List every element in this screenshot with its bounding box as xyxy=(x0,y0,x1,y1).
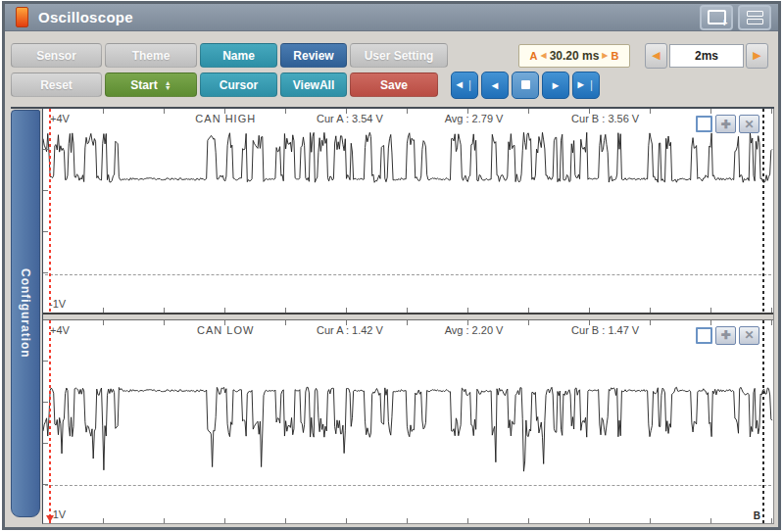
channel-select-checkbox[interactable] xyxy=(696,327,712,344)
page-title: Oscilloscope xyxy=(38,9,133,25)
save-button[interactable]: Save xyxy=(350,73,438,97)
can-high-waveform-trace xyxy=(43,109,773,313)
user-setting-button[interactable]: User Setting xyxy=(350,43,448,68)
step-forward-button[interactable]: ► xyxy=(542,72,569,99)
start-spinner-icon: ▲▼ xyxy=(165,80,171,90)
step-back-button[interactable]: ◄ xyxy=(481,72,509,99)
stop-button[interactable] xyxy=(512,72,539,99)
zoom-in-button[interactable]: ✚ xyxy=(715,115,736,133)
average-measurement: Avg : 2.79 V xyxy=(445,113,504,124)
can-low-waveform-trace xyxy=(43,320,773,524)
average-measurement: Avg : 2.20 V xyxy=(445,324,504,336)
cursor-button[interactable]: Cursor xyxy=(200,73,277,97)
cursor-a-marker-icon[interactable] xyxy=(46,515,54,522)
top-ruler xyxy=(43,320,773,325)
toolbar-row-1: Sensor Theme Name Review User Setting A … xyxy=(11,43,770,68)
cursor-a-left-icon[interactable]: ◀ xyxy=(540,51,546,60)
playback-controls: ◄｜ ◄ ► ►｜ xyxy=(451,72,600,99)
bottom-ruler xyxy=(43,308,773,313)
add-window-icon xyxy=(708,10,726,24)
configuration-tab[interactable]: Configuration xyxy=(11,110,40,517)
cursor-a-measurement: Cur A : 3.54 V xyxy=(317,113,383,124)
configuration-tab-label: Configuration xyxy=(19,268,32,359)
panel-controls: ✚ ✕ xyxy=(696,326,759,345)
stop-icon xyxy=(521,80,530,89)
channel-panel-can-high: +4V CAN HIGH Cur A : 3.54 V Avg : 2.79 V… xyxy=(43,109,773,313)
app-window: Oscilloscope Sensor Theme Name Review Us… xyxy=(2,1,781,530)
start-button[interactable]: Start ▲▼ xyxy=(105,73,197,97)
name-button[interactable]: Name xyxy=(200,43,277,68)
channel-panels: +4V CAN HIGH Cur A : 3.54 V Avg : 2.79 V… xyxy=(42,109,774,524)
review-button[interactable]: Review xyxy=(280,43,347,68)
main-area: Configuration +4V CAN HIGH Cur A : 3.54 … xyxy=(11,107,774,524)
viewall-button[interactable]: ViewAll xyxy=(280,73,347,97)
timebase-value: 2ms xyxy=(669,44,744,68)
cursor-b-measurement: Cur B : 3.56 V xyxy=(571,113,639,124)
oscilloscope-app: Oscilloscope Sensor Theme Name Review Us… xyxy=(0,0,783,532)
zero-volt-line xyxy=(45,485,771,486)
timebase-decrease-button[interactable]: ◀ xyxy=(645,43,667,69)
cursor-b-line[interactable] xyxy=(762,109,764,313)
zoom-in-button[interactable]: ✚ xyxy=(715,326,736,345)
cursor-time-readout: A ◀ 30.20 ms ▶ B xyxy=(518,44,630,68)
cursor-b-label: B xyxy=(612,50,619,62)
close-channel-button[interactable]: ✕ xyxy=(739,115,759,133)
left-ruler xyxy=(43,109,48,313)
cursor-a-line[interactable] xyxy=(49,109,51,313)
timebase-increase-button[interactable]: ▶ xyxy=(746,43,768,69)
cursor-b-marker-label[interactable]: B xyxy=(754,510,760,521)
left-ruler xyxy=(43,320,48,524)
cursor-delta-value: 30.20 ms xyxy=(550,49,600,63)
cursor-a-measurement: Cur A : 1.42 V xyxy=(317,324,383,336)
skip-end-button[interactable]: ►｜ xyxy=(572,72,600,99)
top-ruler xyxy=(43,109,773,114)
timebase-selector: ◀ 2ms ▶ xyxy=(645,43,768,69)
reset-button[interactable]: Reset xyxy=(11,73,102,97)
tile-windows-button[interactable] xyxy=(738,5,771,30)
app-logo-icon xyxy=(16,7,28,27)
cursor-b-line[interactable] xyxy=(762,320,764,524)
add-window-button[interactable] xyxy=(700,5,733,30)
bottom-voltage-label: -1V xyxy=(49,298,66,310)
channel-title: CAN LOW xyxy=(197,324,254,336)
cursor-a-label: A xyxy=(530,50,538,62)
channel-select-checkbox[interactable] xyxy=(696,116,712,132)
panel-controls: ✚ ✕ xyxy=(696,115,759,133)
bottom-ruler xyxy=(43,518,773,523)
top-voltage-label: +4V xyxy=(50,324,70,336)
cursor-b-right-icon[interactable]: ▶ xyxy=(602,51,608,60)
close-channel-button[interactable]: ✕ xyxy=(739,326,759,345)
skip-start-button[interactable]: ◄｜ xyxy=(451,72,478,99)
top-voltage-label: +4V xyxy=(50,113,70,124)
zero-volt-line xyxy=(45,274,771,275)
theme-button[interactable]: Theme xyxy=(105,43,197,68)
toolbar: Sensor Theme Name Review User Setting A … xyxy=(5,31,778,107)
title-bar: Oscilloscope xyxy=(5,4,778,31)
toolbar-row-2: Reset Start ▲▼ Cursor ViewAll Save ◄｜ ◄ … xyxy=(11,73,770,97)
tile-windows-icon xyxy=(747,11,763,24)
channel-title: CAN HIGH xyxy=(195,113,256,124)
channel-panel-can-low: +4V CAN LOW Cur A : 1.42 V Avg : 2.20 V … xyxy=(43,320,773,524)
sensor-button[interactable]: Sensor xyxy=(11,43,102,68)
panel-divider xyxy=(43,313,773,320)
cursor-b-measurement: Cur B : 1.47 V xyxy=(571,324,639,336)
cursor-a-line[interactable] xyxy=(49,320,51,524)
